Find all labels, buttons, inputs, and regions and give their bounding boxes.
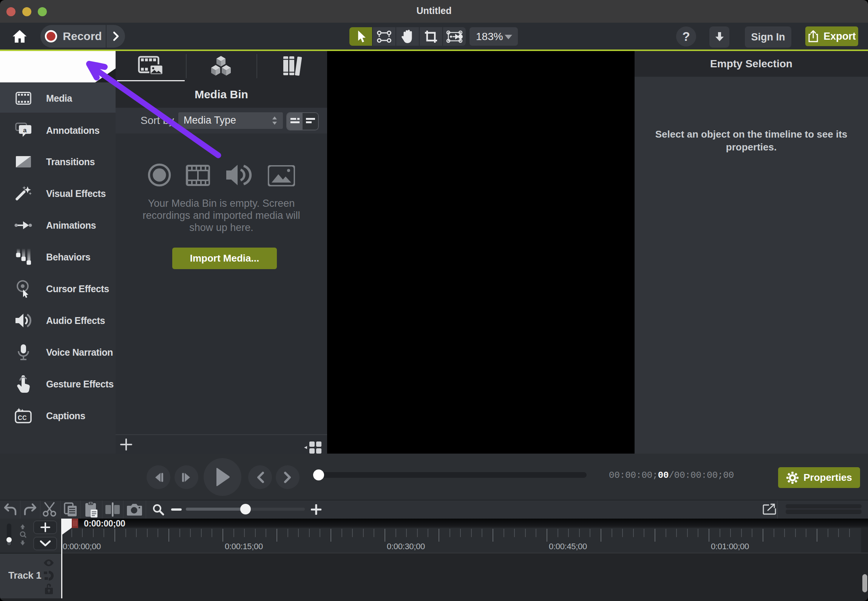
svg-text:CC: CC — [18, 415, 27, 421]
